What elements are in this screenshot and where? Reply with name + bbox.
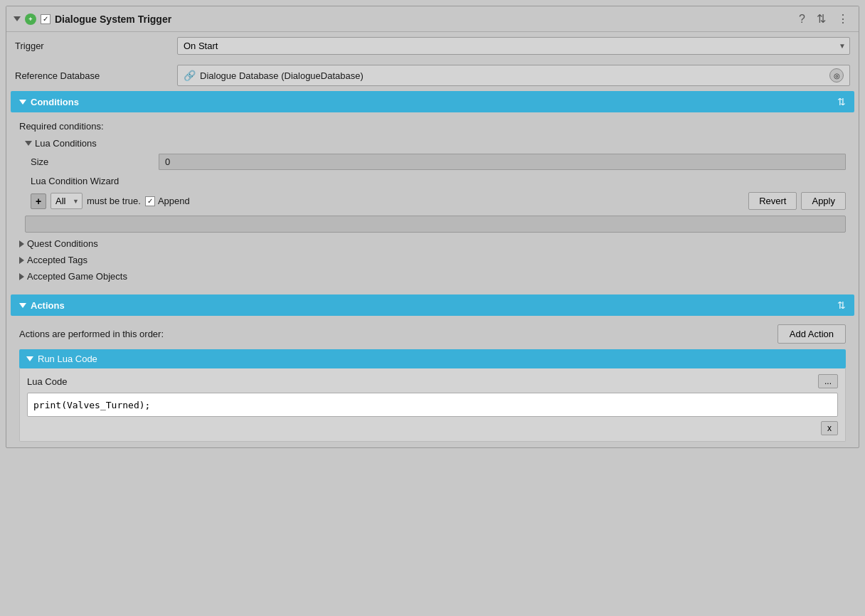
reference-database-picker-button[interactable]: ◎ [829, 68, 844, 83]
apply-button[interactable]: Apply [801, 192, 846, 210]
database-link-icon: 🔗 [184, 70, 196, 81]
condition-text-box[interactable] [25, 216, 846, 233]
trigger-select[interactable]: On Start [177, 37, 850, 55]
lua-code-row: Lua Code ... [27, 374, 838, 388]
wizard-label: Lua Condition Wizard [25, 173, 846, 189]
accepted-game-objects-item[interactable]: Accepted Game Objects [19, 268, 846, 285]
remove-lua-action-button[interactable]: x [821, 421, 838, 435]
append-label: Append [158, 196, 190, 206]
wizard-controls: + All must be true. ✓ Append Revert Appl… [25, 189, 846, 213]
run-lua-label: Run Lua Code [38, 354, 97, 364]
lua-conditions-label: Lua Conditions [35, 138, 97, 149]
trigger-select-wrapper: On Start ▼ [177, 37, 850, 55]
main-panel: + ✓ Dialogue System Trigger ? ⇅ ⋮ Trigge… [6, 6, 859, 448]
accepted-tags-label: Accepted Tags [27, 255, 87, 265]
settings-button[interactable]: ⇅ [814, 11, 829, 27]
conditions-sort-icon[interactable]: ⇅ [837, 96, 846, 107]
lua-code-label: Lua Code [27, 376, 814, 387]
lua-code-block: Lua Code ... x [19, 368, 846, 442]
quest-conditions-expand-icon [19, 240, 24, 248]
lua-code-ellipsis-button[interactable]: ... [818, 374, 838, 388]
actions-content: Actions are performed in this order: Add… [11, 316, 854, 447]
actions-description: Actions are performed in this order: [19, 329, 778, 339]
header-icons: ? ⇅ ⋮ [796, 11, 851, 27]
quest-conditions-label: Quest Conditions [27, 238, 98, 249]
help-button[interactable]: ? [796, 11, 808, 27]
all-select-wrapper: All [51, 193, 83, 209]
add-action-button[interactable]: Add Action [778, 324, 846, 344]
conditions-content: Required conditions: Lua Conditions Size… [11, 112, 854, 290]
actions-top-row: Actions are performed in this order: Add… [19, 322, 846, 349]
run-lua-header[interactable]: Run Lua Code [19, 349, 846, 368]
size-row: Size 0 [25, 151, 846, 173]
reference-database-label: Reference Database [15, 70, 171, 81]
enabled-checkbox[interactable]: ✓ [41, 14, 51, 24]
add-condition-button[interactable]: + [31, 193, 46, 209]
lua-conditions-header[interactable]: Lua Conditions [25, 136, 846, 151]
active-indicator: + [25, 14, 36, 25]
reference-database-row: Reference Database 🔗 Dialogue Database (… [6, 60, 859, 91]
must-be-true-text: must be true. [87, 196, 141, 206]
accepted-tags-item[interactable]: Accepted Tags [19, 252, 846, 268]
conditions-title: Conditions [31, 97, 833, 107]
actions-section-header[interactable]: Actions ⇅ [11, 294, 854, 316]
x-btn-row: x [27, 421, 838, 435]
conditions-collapse-icon [19, 100, 26, 105]
lua-code-input[interactable] [27, 393, 838, 417]
required-conditions-label: Required conditions: [19, 118, 846, 136]
menu-button[interactable]: ⋮ [834, 11, 851, 27]
reference-database-value: 🔗 Dialogue Database (DialogueDatabase) ◎ [177, 65, 850, 86]
actions-title: Actions [31, 300, 833, 311]
conditions-section-header[interactable]: Conditions ⇅ [11, 91, 854, 112]
collapse-triangle-icon[interactable] [14, 16, 21, 21]
accepted-game-objects-expand-icon [19, 273, 24, 280]
trigger-row: Trigger On Start ▼ [6, 32, 859, 60]
panel-header: + ✓ Dialogue System Trigger ? ⇅ ⋮ [6, 6, 859, 32]
actions-collapse-icon [19, 303, 26, 308]
run-lua-collapse-icon [26, 356, 33, 361]
all-select[interactable]: All [51, 193, 83, 209]
append-check: ✓ Append [145, 196, 190, 206]
lua-conditions-section: Lua Conditions Size 0 Lua Condition Wiza… [25, 136, 846, 233]
trigger-label: Trigger [15, 41, 171, 51]
revert-button[interactable]: Revert [748, 192, 797, 210]
quest-conditions-item[interactable]: Quest Conditions [19, 235, 846, 252]
panel-title: Dialogue System Trigger [55, 14, 792, 25]
size-label: Size [31, 156, 159, 167]
accepted-game-objects-label: Accepted Game Objects [27, 271, 127, 282]
actions-sort-icon[interactable]: ⇅ [837, 299, 846, 311]
size-value: 0 [159, 154, 846, 170]
accepted-tags-expand-icon [19, 257, 24, 264]
run-lua-block: Run Lua Code Lua Code ... x [19, 349, 846, 442]
reference-database-text: Dialogue Database (DialogueDatabase) [200, 70, 363, 81]
append-checkbox[interactable]: ✓ [145, 196, 155, 206]
lua-conditions-collapse-icon [25, 141, 32, 146]
